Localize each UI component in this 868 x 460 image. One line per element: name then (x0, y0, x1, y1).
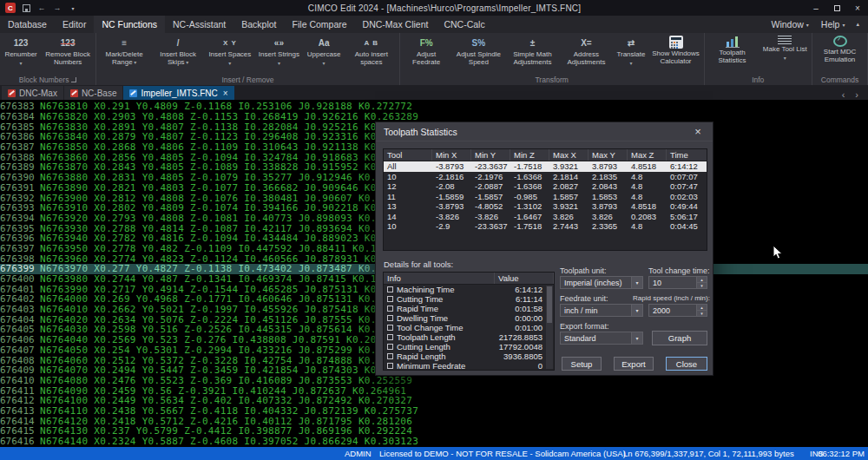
code-line[interactable]: 676414N6764120 X0.2418 Y0.5712 Z-0.4216 … (0, 416, 868, 426)
save-icon[interactable] (21, 3, 31, 13)
ribbon-button-insert-spaces[interactable]: X YInsert Spaces ▾ (205, 34, 254, 75)
checkbox-icon[interactable] (387, 315, 393, 321)
undo-icon[interactable]: ← (36, 3, 47, 13)
dialog-close-icon[interactable]: × (691, 125, 705, 138)
details-row[interactable]: Rapid Length3936.8805 (384, 352, 554, 361)
ribbon-button-adjust-feedrate[interactable]: F%Adjust Feedrate (401, 34, 452, 75)
ribbon-button-insert-strings[interactable]: «»Insert Strings ▾ (255, 34, 304, 75)
ribbon-button-renumber[interactable]: 123Renumber ▾ (1, 34, 41, 75)
ribbon-button-mark-delete-range[interactable]: ≡Mark/Delete Range ▾ (97, 34, 151, 75)
tool-change-time-stepper[interactable]: 10 ▴▾ (648, 276, 707, 289)
code-line[interactable]: 676416N6764140 X0.2324 Y0.5887 Z-0.4608 … (0, 437, 868, 447)
ribbon-button-toolpath-statistics[interactable]: Toolpath Statistics (706, 34, 760, 75)
chevron-down-icon[interactable]: ▾ (631, 277, 642, 288)
checkbox-icon[interactable] (387, 363, 393, 369)
tab-scroll-left-icon[interactable]: ‹ (842, 89, 845, 100)
code-line[interactable]: 676410N6764080 X0.2476 Y0.5523 Z-0.369 I… (0, 376, 868, 386)
ribbon-button-insert-block-skips[interactable]: /Insert Block Skips ▾ (151, 34, 205, 75)
stats-table-row[interactable]: 10-2.1816-2.1976-1.63682.18142.18354.80:… (384, 172, 707, 182)
checkbox-icon[interactable] (387, 306, 393, 312)
details-row[interactable]: Cutting Time6:11:14 (384, 294, 554, 304)
details-row[interactable]: Tool Change Time0:01:00 (384, 323, 554, 332)
spin-down-icon[interactable]: ▾ (697, 283, 707, 288)
column-header-min-z[interactable]: Min Z (510, 149, 549, 161)
details-row[interactable]: Cutting Length17792.0048 (384, 342, 554, 352)
checkbox-icon[interactable] (387, 296, 393, 302)
stats-table-row[interactable]: 10-2.9-23.3637-1.75182.74432.33654.80:04… (384, 221, 707, 232)
doc-tab-impeller-imts-fnc[interactable]: Impeller_IMTS.FNC× (123, 86, 233, 100)
ribbon-tab-backplot[interactable]: Backplot (233, 16, 284, 33)
spin-up-icon[interactable]: ▴ (697, 277, 707, 283)
ribbon-tab-nc-functions[interactable]: NC Functions (94, 16, 165, 33)
export-button[interactable]: Export (614, 357, 654, 371)
column-header-value[interactable]: Value (495, 273, 554, 284)
chevron-down-icon[interactable]: ▾ (631, 305, 642, 316)
column-header-max-y[interactable]: Max Y (589, 149, 628, 161)
export-format-select[interactable]: Standard ▾ (560, 332, 643, 345)
ribbon-tab-dnc-max-client[interactable]: DNC-Max Client (355, 16, 437, 33)
window-menu[interactable]: Window▾ (765, 19, 814, 30)
details-row[interactable]: Rapid Time0:01:58 (384, 304, 554, 313)
help-menu[interactable]: Help▾ (815, 19, 852, 30)
ribbon-button-start-mdc-emulation[interactable]: Start MDC Emulation (813, 34, 866, 75)
close-dialog-button[interactable]: Close (666, 357, 707, 371)
close-button[interactable]: × (847, 0, 868, 16)
spin-down-icon[interactable]: ▾ (697, 311, 707, 316)
ribbon-tab-file-compare[interactable]: File Compare (285, 16, 355, 33)
checkbox-icon[interactable] (387, 334, 393, 340)
code-line[interactable]: 676383N6763810 X0.291 Y0.4809 Z-0.1168 I… (0, 102, 868, 112)
ribbon-button-auto-insert-spaces[interactable]: A BAuto insert spaces (345, 34, 398, 75)
stats-table-row[interactable]: All-3.8793-23.3637-1.75183.93213.87934.8… (384, 161, 707, 172)
details-row[interactable]: Machining Time6:14:12 (384, 285, 554, 294)
doc-tab-dnc-max[interactable]: DNC-Max (2, 86, 63, 100)
ribbon-button-remove-block-numbers[interactable]: 123Remove Block Numbers (41, 34, 95, 75)
column-header-tool[interactable]: Tool (384, 149, 432, 161)
stats-table-row[interactable]: 11-1.5859-1.5857-0.9851.58571.58534.80:0… (384, 192, 707, 202)
code-line[interactable]: 676413N6764110 X0.2438 Y0.5667 Z-0.4118 … (0, 406, 868, 417)
setup-button[interactable]: Setup (562, 357, 602, 371)
dialog-launcher-icon[interactable] (71, 77, 76, 82)
stats-table-row[interactable]: 13-3.8793-4.8052-1.31023.93213.87934.851… (384, 201, 707, 212)
code-line[interactable]: 676412N6764100 X0.2449 Y0.5634 Z-0.402 I… (0, 396, 868, 406)
code-line[interactable]: 676415N6764130 X0.237 Y0.5799 Z-0.4412 I… (0, 426, 868, 437)
ribbon-button-address-adjustments[interactable]: X=Address Adjustments (559, 34, 613, 75)
minimize-button[interactable]: – (806, 0, 826, 16)
code-line[interactable]: 676411N6764090 X0.2459 Y0.56 Z-0.3921 I0… (0, 385, 868, 396)
stats-table-row[interactable]: 12-2.08-2.0887-1.63682.08272.08434.80:07… (384, 181, 707, 192)
stats-table-row[interactable]: 14-3.826-3.826-1.64673.8263.8260.20835:0… (384, 212, 707, 222)
spin-up-icon[interactable]: ▴ (697, 305, 707, 311)
column-header-info[interactable]: Info (384, 273, 495, 284)
column-header-min-y[interactable]: Min Y (471, 149, 510, 161)
ribbon-button-uppercase[interactable]: AaUppercase ▾ (303, 34, 345, 75)
column-header-max-z[interactable]: Max Z (628, 149, 667, 161)
ribbon-button-translate[interactable]: ⇄Translate ▾ (613, 34, 648, 75)
doc-tab-nc-base[interactable]: NC-Base (64, 86, 123, 100)
graph-button[interactable]: Graph (652, 331, 707, 345)
scrollbar-thumb[interactable] (547, 286, 552, 323)
column-header-time[interactable]: Time (667, 149, 707, 161)
details-scrollbar[interactable] (546, 286, 553, 369)
redo-icon[interactable]: → (52, 3, 62, 13)
ribbon-button-adjust-spindle-speed[interactable]: S%Adjust Spindle Speed (451, 34, 505, 75)
customize-toolbar-icon[interactable]: ▾ (68, 3, 78, 13)
ribbon-tab-cnc-calc[interactable]: CNC-Calc (436, 16, 492, 33)
column-header-min-x[interactable]: Min X (432, 149, 471, 161)
dialog-title-bar[interactable]: Toolpath Statistics × (376, 122, 713, 141)
checkbox-icon[interactable] (387, 353, 393, 359)
ribbon-button-show-windows-calculator[interactable]: Show Windows Calculator (649, 34, 703, 75)
collapse-ribbon-icon[interactable]: ▴ (851, 21, 865, 28)
details-row[interactable]: Minimum Feedrate0 (384, 361, 554, 371)
feedrate-unit-select[interactable]: inch / min ▾ (560, 304, 643, 317)
close-tab-icon[interactable]: × (223, 89, 228, 98)
rapid-speed-stepper[interactable]: 2000 ▴▾ (648, 304, 707, 317)
maximize-button[interactable] (826, 0, 847, 16)
ribbon-button-simple-math-adjustments[interactable]: ±Simple Math Adjustments (505, 34, 559, 75)
chevron-down-icon[interactable]: ▾ (631, 332, 642, 344)
details-row[interactable]: Dwelling Time0:00:00 (384, 313, 554, 323)
details-row[interactable]: Toolpath Length21728.8853 (384, 332, 554, 342)
code-line[interactable]: 676384N6763820 X0.2903 Y0.4808 Z-0.1153 … (0, 112, 868, 122)
checkbox-icon[interactable] (387, 325, 393, 331)
ribbon-tab-editor[interactable]: Editor (55, 16, 94, 33)
ribbon-tab-nc-assistant[interactable]: NC-Assistant (165, 16, 233, 33)
checkbox-icon[interactable] (387, 344, 393, 350)
